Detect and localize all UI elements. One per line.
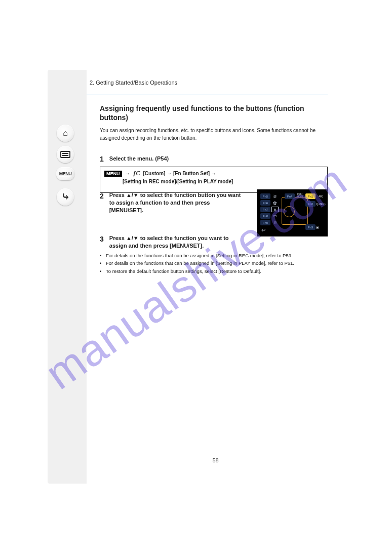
bullet-icon: •	[100, 268, 103, 274]
bullet-icon: •	[100, 260, 103, 266]
section-intro: You can assign recording functions, etc.…	[100, 127, 324, 142]
fn6-label: Fn6	[260, 200, 270, 206]
bullet-icon: •	[100, 252, 103, 259]
custom-icon: ƒC	[133, 170, 140, 177]
step-1-text: Select the menu. (P54)	[109, 155, 322, 162]
fn3-assignment-icon: ▣	[316, 224, 325, 230]
step-3-text: Press ▲/▼ to select the function you wan…	[109, 234, 241, 250]
step-2-text: Press ▲/▼ to select the function button …	[109, 191, 241, 214]
menu-path-line-1: MENU → ƒC [Custom] → [Fn Button Set] →	[104, 170, 323, 177]
step-3: 3 Press ▲/▼ to select the function you w…	[100, 234, 252, 250]
lvf-mon-icon: LVF/MON	[296, 192, 304, 198]
fn2-label: Fn2	[305, 201, 316, 207]
menu-path-text-2: [Setting in REC mode]/[Setting in PLAY m…	[123, 179, 323, 184]
step-2-number: 2	[100, 191, 104, 201]
preview-icon: ⎚	[271, 220, 279, 225]
fn5-label: Fn5	[260, 193, 270, 199]
nav-home-button[interactable]: ⌂	[57, 125, 74, 142]
arrow-icon: →	[125, 171, 130, 176]
camera-lcd-preview: Fn5 ⚞ Fn6 ✿ Fn7 ± Fn8 ▭ Fn9 ⎚ Fn4 LVF/MO…	[257, 189, 328, 236]
step-1: 1 Select the menu. (P54)	[100, 155, 324, 163]
note-1: For details on the functions that can be…	[106, 252, 293, 259]
fn8-label: Fn8	[260, 213, 270, 219]
content-area: 2. Getting Started/Basic Operations Assi…	[87, 70, 344, 484]
step-2: 2 Press ▲/▼ to select the function butto…	[100, 191, 252, 214]
menu-path-text-1: [Custom] → [Fn Button Set] →	[143, 171, 216, 176]
nav-menu-button[interactable]: MENU	[56, 167, 74, 180]
fn7-label: Fn7	[260, 207, 270, 212]
panel-icon	[60, 151, 70, 158]
nav-back-button[interactable]: ⤶	[57, 188, 74, 206]
nav-panel-button[interactable]	[57, 146, 74, 163]
q-icon: ✿	[271, 200, 279, 206]
i-icon: ±	[271, 207, 279, 212]
step-1-number: 1	[100, 155, 104, 163]
page-frame: ⌂ MENU ⤶ 2. Getting Started/Basic Operat…	[48, 70, 344, 484]
camera-outline-icon	[282, 197, 308, 225]
home-icon: ⌂	[63, 129, 68, 138]
lcd-content: Fn5 ⚞ Fn6 ✿ Fn7 ± Fn8 ▭ Fn9 ⎚ Fn4 LVF/MO…	[258, 191, 326, 235]
fn3-label: Fn3	[305, 224, 316, 230]
fn1-label: Fn1	[305, 193, 316, 199]
back-icon: ⤶	[61, 190, 70, 203]
fn2-assignment-icon: Q.MENU	[316, 201, 325, 207]
section-block: Assigning frequently used functions to t…	[100, 104, 324, 142]
page-number: 58	[87, 457, 344, 463]
breadcrumb: 2. Getting Started/Basic Operations	[90, 80, 177, 86]
hist-icon: ▭	[271, 213, 279, 219]
wifi-icon: ⚞	[271, 193, 279, 199]
lcd-back-icon: ↩	[261, 227, 265, 233]
note-3: To restore the default function button s…	[106, 268, 261, 274]
notes-block: •For details on the functions that can b…	[100, 252, 318, 275]
note-2: For details on the functions that can be…	[106, 260, 294, 266]
section-title: Assigning frequently used functions to t…	[100, 104, 324, 122]
menu-tag: MENU	[104, 171, 122, 177]
fn9-label: Fn9	[260, 220, 270, 225]
menu-label: MENU	[59, 171, 72, 176]
step-3-number: 3	[100, 234, 104, 244]
fn4-label: Fn4	[285, 193, 295, 199]
header-rule	[87, 95, 328, 95]
fn1-assignment-icon: 4K	[317, 193, 325, 199]
sidebar: ⌂ MENU ⤶	[48, 70, 83, 484]
